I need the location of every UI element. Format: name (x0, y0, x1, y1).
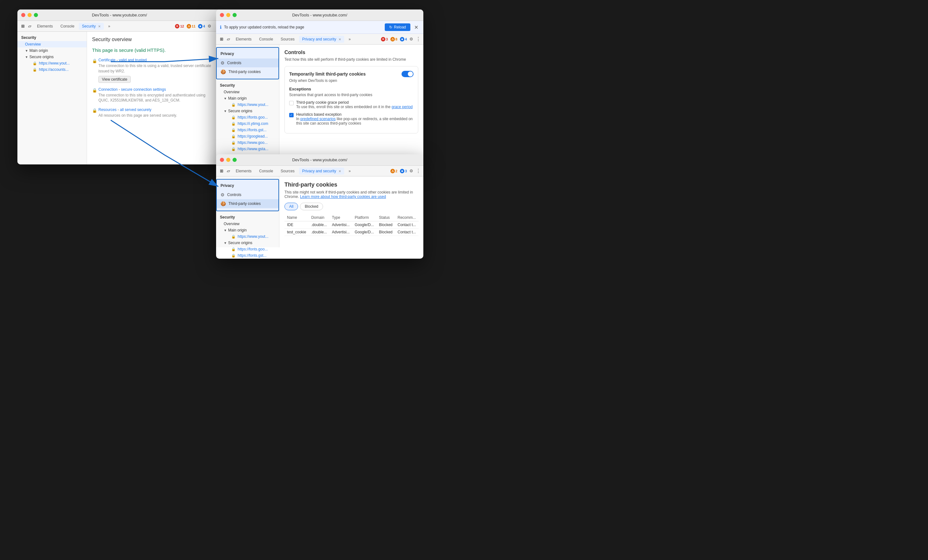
tpc-learn-more-link[interactable]: Learn more about how third-party cookies… (300, 195, 386, 199)
minimize-button-1[interactable] (27, 13, 32, 17)
reload-button[interactable]: ↻ Reload (385, 23, 411, 31)
tab-console-3[interactable]: Console (256, 167, 276, 175)
tab-close-privacy-2[interactable]: ✕ (339, 38, 341, 41)
sidebar-gsta-2[interactable]: 🔒 https://www.gsta... (216, 146, 279, 152)
privacy-item-tpc-2[interactable]: 🍪 Third-party cookies (217, 67, 278, 76)
sidebar-fonts-gst-3[interactable]: 🔒 https://fonts.gst... (216, 252, 279, 259)
checkbox-grace-2[interactable] (289, 101, 294, 105)
tpc-tab-all[interactable]: All (284, 203, 298, 210)
sidebar-youtube-2[interactable]: 🔒 https://www.yout... (216, 102, 279, 108)
tab-sources-3[interactable]: Sources (278, 167, 298, 175)
gear-icon-controls-3: ⚙ (221, 192, 224, 197)
sidebar-overview-2[interactable]: Overview (216, 89, 279, 95)
checkbox-heuristics-2[interactable]: ✓ (289, 113, 294, 117)
close-button-2[interactable] (220, 13, 224, 17)
privacy-item-tpc-3[interactable]: 🍪 Third-party cookies (217, 199, 278, 208)
tpc-tab-blocked[interactable]: Blocked (300, 203, 323, 210)
sidebar-ytimg-2[interactable]: 🔒 https://i.ytimg.com (216, 120, 279, 127)
res-label: Resources - all served securely (98, 108, 217, 112)
window-privacy-controls: DevTools - www.youtube.com/ ℹ To apply y… (216, 9, 423, 164)
privacy-item-controls-3[interactable]: ⚙ Controls (217, 190, 278, 199)
sidebar-main-origin-3[interactable]: ▼ Main origin (216, 227, 279, 233)
security-sidebar-3: Security Overview ▼ Main origin 🔒 https:… (216, 211, 279, 259)
tab-console-1[interactable]: Console (57, 23, 78, 30)
privacy-item-controls-2[interactable]: ⚙ Controls (217, 58, 278, 67)
tab-more-1[interactable]: » (105, 23, 114, 30)
tpc-table: Name Domain Type Platform Status Recomm.… (284, 214, 418, 236)
badges-1: ✕ 12 ⚠ 11 ■ 4 ⚙ ⋮ (175, 23, 219, 29)
lock-icon-conn: 🔒 (92, 88, 97, 93)
more-icon-2[interactable]: ⋮ (416, 36, 421, 42)
sidebar-item-youtube-1[interactable]: 🔒 https://www.yout... (17, 60, 87, 66)
minimize-button-3[interactable] (226, 158, 230, 162)
sidebar-item-overview-1[interactable]: Overview (17, 41, 87, 47)
limit-subtitle-2: Only when DevTools is open (289, 78, 414, 83)
tab-close-privacy-3[interactable]: ✕ (339, 169, 341, 173)
close-button-1[interactable] (21, 13, 25, 17)
settings-icon-1[interactable]: ⚙ (208, 24, 211, 29)
device-icon-3: ▱ (226, 168, 231, 174)
notification-close-button[interactable]: ✕ (413, 24, 420, 30)
sidebar-overview-3[interactable]: Overview (216, 221, 279, 227)
predefined-scenarios-link[interactable]: predefined scenarios (300, 117, 336, 121)
lock-youtube-3: 🔒 (231, 234, 236, 239)
close-button-3[interactable] (220, 158, 224, 162)
sidebar-group-secure-origins-1[interactable]: ▼ Secure origins (17, 54, 87, 60)
sidebar-fonts-goo-2[interactable]: 🔒 https://fonts.goo... (216, 114, 279, 120)
maximize-button-1[interactable] (34, 13, 38, 17)
view-cert-button[interactable]: View certificate (98, 76, 131, 83)
minimize-button-2[interactable] (226, 13, 230, 17)
sidebar-1: Security Overview ▼ Main origin ▼ Secure… (17, 32, 87, 164)
tab-more-2[interactable]: » (345, 36, 354, 43)
td-recomm-2: Contact t... (395, 228, 418, 236)
tab-elements-3[interactable]: Elements (232, 167, 255, 175)
tab-security-1[interactable]: Security ✕ (79, 23, 104, 30)
sidebar-2: Privacy ⚙ Controls 🍪 Third-party cookies… (216, 44, 279, 164)
main-content-1: Security overview This page is secure (v… (87, 32, 221, 164)
warning-icon-1: ⚠ (187, 24, 191, 29)
sidebar-fonts-goo-3[interactable]: 🔒 https://fonts.goo... (216, 246, 279, 252)
td-domain-2: .double... (309, 228, 330, 236)
tab-elements-1[interactable]: Elements (34, 23, 56, 30)
sidebar-secure-origins-2[interactable]: ▼ Secure origins (216, 108, 279, 114)
sidebar-youtube-3[interactable]: 🔒 https://www.yout... (216, 233, 279, 240)
exception-item-grace-2: Third-party cookie grace period To use t… (289, 100, 414, 109)
sidebar-googlewww-2[interactable]: 🔒 https://www.goo... (216, 140, 279, 146)
tab-close-security-1[interactable]: ✕ (98, 25, 101, 28)
tpc-table-body: IDE .double... Advertisi... Google/D... … (284, 221, 418, 236)
reload-icon: ↻ (389, 25, 392, 29)
exception-heuristics-desc: In predefined scenarios like pop-ups or … (296, 117, 414, 126)
tab-console-2[interactable]: Console (256, 36, 276, 43)
tab-elements-2[interactable]: Elements (232, 36, 255, 43)
sidebar-group-main-origin-1[interactable]: ▼ Main origin (17, 47, 87, 54)
info-icon-notif: ℹ (220, 25, 221, 30)
window-controls-2 (220, 13, 237, 17)
error-icon-1: ✕ (175, 24, 179, 29)
more-icon-3[interactable]: ⋮ (416, 168, 421, 174)
settings-icon-3[interactable]: ⚙ (409, 169, 413, 173)
sidebar-item-accounts-1[interactable]: 🔒 https://accounts... (17, 66, 87, 73)
sidebar-main-origin-2[interactable]: ▼ Main origin (216, 95, 279, 102)
grace-period-link[interactable]: grace period (392, 105, 413, 109)
res-desc: All resources on this page are served se… (98, 113, 217, 118)
sidebar-googlead-2[interactable]: 🔒 https://googlead... (216, 133, 279, 140)
warning-icon-2: ⚠ (391, 37, 395, 41)
toggle-limit-cookies-2[interactable] (401, 71, 414, 77)
tab-more-3[interactable]: » (345, 167, 354, 175)
exception-grace-desc: To use this, enroll this site or sites e… (296, 105, 412, 109)
tab-sources-2[interactable]: Sources (278, 36, 298, 43)
maximize-button-3[interactable] (232, 158, 237, 162)
tab-privacy-security-2[interactable]: Privacy and security ✕ (299, 36, 344, 43)
settings-icon-2[interactable]: ⚙ (409, 37, 413, 41)
notification-text: To apply your updated controls, reload t… (224, 25, 304, 29)
maximize-button-2[interactable] (232, 13, 237, 17)
tab-privacy-security-3[interactable]: Privacy and security ✕ (299, 167, 344, 175)
th-type: Type (330, 214, 352, 221)
sidebar-fonts-gst-2[interactable]: 🔒 https://fonts.gst... (216, 127, 279, 133)
info-icon-1: ■ (198, 24, 203, 29)
sidebar-secure-origins-3[interactable]: ▼ Secure origins (216, 240, 279, 246)
triangle-icon-main-1: ▼ (25, 49, 28, 52)
badge-warning-2: ⚠ 8 (391, 37, 397, 41)
badge-info-3: ■ 3 (400, 169, 407, 173)
tpc-title-3: Third-party cookies (284, 181, 418, 188)
